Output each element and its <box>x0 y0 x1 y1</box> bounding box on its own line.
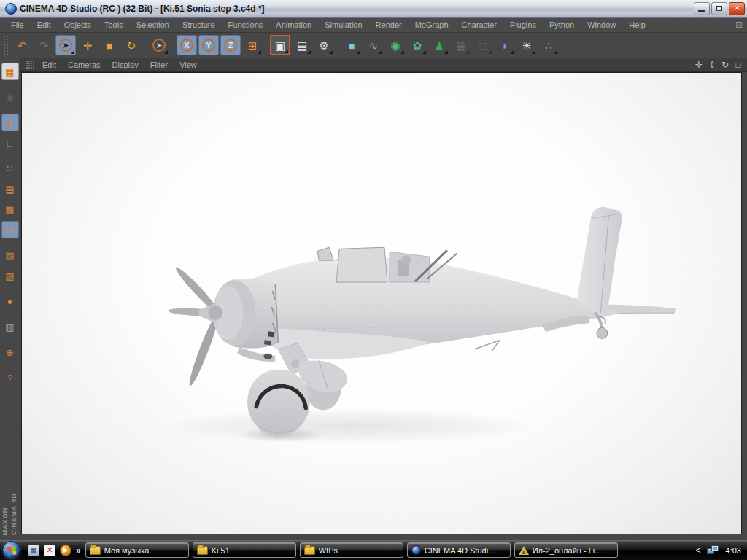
menu-functions[interactable]: Functions <box>222 20 270 29</box>
tray-collapse-arrow[interactable]: < <box>696 545 701 556</box>
brand-cinema4d: CINEMA 4D <box>10 493 18 535</box>
menu-file[interactable]: File <box>4 20 31 29</box>
render-view-button-icon[interactable]: ▣ <box>270 35 290 55</box>
menu-edit[interactable]: Edit <box>31 20 58 29</box>
rotate-view-button[interactable]: ↻ <box>719 60 731 70</box>
undo-button-icon[interactable]: ↶ <box>12 35 32 55</box>
taskbar-button-2[interactable]: Ki.51 <box>193 542 296 558</box>
taskbar-button-1[interactable]: Моя музыка <box>85 542 189 558</box>
live-selection-tool-icon[interactable]: ➤ <box>55 35 76 55</box>
c4d-icon <box>411 545 421 555</box>
left-tool-palette: ▦◉▲∟∷▤▩⊞▨▧●▥⊕? MAXON CINEMA 4D <box>0 58 20 540</box>
move-tool-icon[interactable]: ✛ <box>77 35 98 55</box>
coordinate-system-toggle-icon[interactable]: ⊞ <box>242 35 263 55</box>
title-bar: CINEMA 4D Studio (RC ) (32 Bit) - [Ki.51… <box>0 0 747 18</box>
taskbar-button-3[interactable]: WIPs <box>300 542 403 558</box>
model-mode-button[interactable]: ▲ <box>1 114 19 131</box>
flyout-corner-icon <box>71 50 74 54</box>
network-icon[interactable] <box>707 545 720 556</box>
add-cube-primitive-icon[interactable]: ■ <box>341 35 362 55</box>
maximize-view-button[interactable]: □ <box>732 60 744 70</box>
minimize-button[interactable] <box>694 2 710 15</box>
menu-python[interactable]: Python <box>543 20 581 29</box>
polygon-mode-button[interactable]: ▩ <box>1 201 19 218</box>
menu-help[interactable]: Help <box>622 20 652 29</box>
menu-tools[interactable]: Tools <box>98 20 130 29</box>
viewport-canvas[interactable] <box>21 72 742 534</box>
flyout-corner-icon <box>357 50 360 54</box>
windows-flag-icon <box>7 545 16 555</box>
viewport-menu-edit[interactable]: Edit <box>36 61 62 69</box>
lock-y-axis-icon[interactable]: Y <box>198 35 219 55</box>
zoom-view-button[interactable]: ⇕ <box>706 60 718 70</box>
viewport-menu-cameras[interactable]: Cameras <box>62 61 107 69</box>
edge-mode-button[interactable]: ▤ <box>1 180 19 198</box>
flyout-corner-icon <box>258 50 261 54</box>
render-picture-viewer-button-icon[interactable]: ▤ <box>292 35 312 55</box>
folder-icon <box>90 546 101 555</box>
uv-polygon-edit-mode-button[interactable]: ⊞ <box>1 221 19 238</box>
workplane-button[interactable]: ⊕ <box>1 343 19 361</box>
snap-settings-button[interactable]: ▥ <box>1 318 19 335</box>
texture-mode-button[interactable]: ▨ <box>1 246 19 264</box>
quicklaunch-calculator-icon[interactable]: ▦ <box>28 545 39 556</box>
last-used-tool-icon[interactable]: ➤ <box>149 35 169 55</box>
viewport-menu-view[interactable]: View <box>174 61 203 69</box>
menu-objects[interactable]: Objects <box>58 20 98 29</box>
make-editable-button[interactable]: ▦ <box>1 63 19 80</box>
toolbar-separator <box>170 35 176 55</box>
viewport-menu-filter[interactable]: Filter <box>144 61 174 69</box>
quicklaunch-media-player-icon[interactable]: ▶ <box>60 545 71 556</box>
restore-button[interactable] <box>711 2 727 15</box>
close-button[interactable]: ✕ <box>729 2 745 15</box>
lock-x-axis-icon[interactable]: X <box>177 35 197 55</box>
taskbar-button-label: Моя музыка <box>104 546 150 555</box>
add-deformer-icon: ▦ <box>451 35 471 55</box>
flyout-corner-icon <box>488 50 492 54</box>
quicklaunch-app-icon[interactable]: ✕ <box>44 545 55 556</box>
add-character-object-icon[interactable]: ♟ <box>429 35 449 55</box>
taskbar-button-4[interactable]: CINEMA 4D Studi... <box>407 542 511 558</box>
flyout-corner-icon <box>379 50 382 54</box>
quick-launch-overflow-chevron[interactable]: » <box>76 545 81 556</box>
brand-maxon: MAXON <box>1 508 9 536</box>
menu-mograph[interactable]: MoGraph <box>409 20 455 29</box>
add-array-generator-icon[interactable]: ✿ <box>407 35 427 55</box>
restore-icon <box>716 6 722 11</box>
add-bend-deformer-icon[interactable]: ◗ <box>495 35 515 55</box>
viewport-drag-handle[interactable] <box>26 61 34 69</box>
lock-z-axis-icon[interactable]: Z <box>220 35 241 55</box>
render-settings-button-icon[interactable]: ⚙ <box>314 35 334 55</box>
menu-window-icon[interactable]: ⊡ <box>735 20 743 30</box>
menu-render[interactable]: Render <box>369 20 409 29</box>
folder-icon <box>304 546 315 555</box>
menu-character[interactable]: Character <box>455 20 503 29</box>
menu-simulation[interactable]: Simulation <box>318 20 368 29</box>
viewport-solo-button[interactable]: ● <box>1 292 19 310</box>
start-button[interactable] <box>2 541 20 559</box>
add-particle-emitter-icon[interactable]: ✳ <box>516 35 537 55</box>
viewport-menu-display[interactable]: Display <box>107 61 144 69</box>
points-mode-button[interactable]: ∷ <box>1 160 19 177</box>
scale-tool-icon[interactable]: ■ <box>99 35 120 55</box>
object-axis-mode-button[interactable]: ∟ <box>1 134 19 152</box>
add-thinking-particles-icon[interactable]: ∴ <box>538 35 559 55</box>
menu-plugins[interactable]: Plugins <box>503 20 543 29</box>
texture-axis-tool: ◉ <box>1 88 19 106</box>
menu-animation[interactable]: Animation <box>269 20 318 29</box>
rotate-tool-icon[interactable]: ↻ <box>121 35 142 55</box>
texture-axis-mode-button[interactable]: ▧ <box>1 267 19 284</box>
menu-selection[interactable]: Selection <box>130 20 176 29</box>
toolbar-drag-handle[interactable] <box>3 35 9 55</box>
context-help-button[interactable]: ? <box>1 369 19 386</box>
viewport-menubar: EditCamerasDisplayFilterView✛⇕↻□ <box>20 58 747 72</box>
taskbar-button-5[interactable]: Ил-2_онлайн - Li... <box>514 542 618 558</box>
menu-window[interactable]: Window <box>581 20 622 29</box>
add-subdivision-surface-icon[interactable]: ◉ <box>385 35 406 55</box>
pan-view-button[interactable]: ✛ <box>693 60 705 70</box>
add-spline-icon[interactable]: ∿ <box>363 35 384 55</box>
taskbar-button-label: WIPs <box>319 546 338 555</box>
flyout-corner-icon <box>329 50 333 54</box>
flyout-corner-icon <box>444 50 448 54</box>
menu-structure[interactable]: Structure <box>176 20 222 29</box>
